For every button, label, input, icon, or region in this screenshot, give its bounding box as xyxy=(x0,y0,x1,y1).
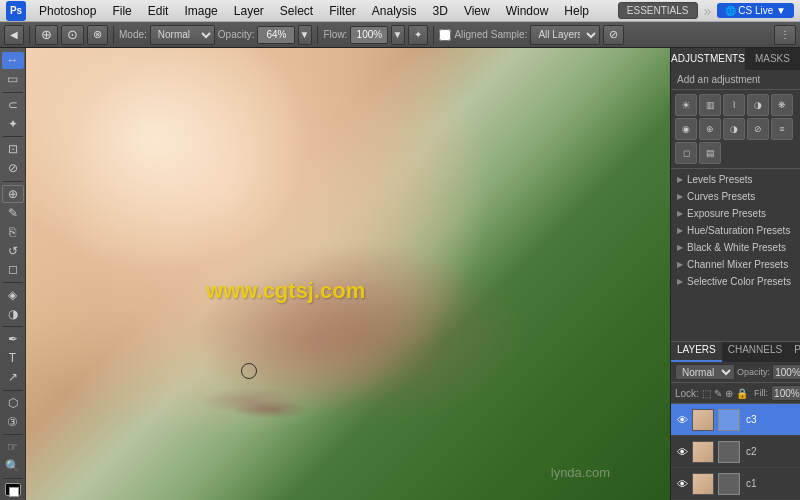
tool-hand[interactable]: ☞ xyxy=(2,439,24,456)
opacity-input[interactable] xyxy=(257,26,295,44)
layers-section: LAYERS CHANNELS PATHS Normal Multiply Sc… xyxy=(671,342,800,500)
menu-3d[interactable]: 3D xyxy=(426,2,455,20)
tab-paths[interactable]: PATHS xyxy=(788,342,800,362)
layers-controls: Normal Multiply Screen Opacity: xyxy=(671,362,800,383)
tool-eraser[interactable]: ◻ xyxy=(2,261,24,278)
layer-eye-c2[interactable]: 👁 xyxy=(675,446,689,458)
tab-adjustments[interactable]: ADJUSTMENTS xyxy=(671,48,745,70)
layer-item-c2[interactable]: 👁 c2 xyxy=(671,436,800,468)
adj-photofilter[interactable]: ⊘ xyxy=(747,118,769,140)
flow-input[interactable] xyxy=(350,26,388,44)
layer-item-c3[interactable]: 👁 c3 xyxy=(671,404,800,436)
tool-dodge[interactable]: ◑ xyxy=(2,305,24,322)
more-options[interactable]: ⋮ xyxy=(774,25,796,45)
layer-name-c1: c1 xyxy=(746,478,757,489)
tool-path-select[interactable]: ↗ xyxy=(2,369,24,386)
layer-item-c1[interactable]: 👁 c1 xyxy=(671,468,800,500)
layers-mode-select[interactable]: Normal Multiply Screen xyxy=(675,364,735,380)
tool-gradient[interactable]: ◈ xyxy=(2,287,24,304)
tool-spot-heal[interactable]: ⊕ xyxy=(2,185,24,202)
canvas-area[interactable]: www.cgtsj.com lynda.com xyxy=(26,48,670,500)
preset-exposure[interactable]: ▶ Exposure Presets xyxy=(671,205,800,222)
flow-arrow[interactable]: ▼ xyxy=(391,25,405,45)
tool-select-rect[interactable]: ▭ xyxy=(2,71,24,88)
menu-edit[interactable]: Edit xyxy=(141,2,176,20)
tool-sep1 xyxy=(3,92,23,93)
menu-select[interactable]: Select xyxy=(273,2,320,20)
tool-shape[interactable]: ⬡ xyxy=(2,394,24,411)
brush3-icon[interactable]: ⊗ xyxy=(87,25,108,45)
arrow-button[interactable]: » xyxy=(704,3,712,19)
menu-file[interactable]: File xyxy=(105,2,138,20)
tool-history[interactable]: ↺ xyxy=(2,242,24,259)
foreground-color[interactable] xyxy=(5,483,21,496)
opacity-arrow[interactable]: ▼ xyxy=(298,25,312,45)
tool-crop[interactable]: ⊡ xyxy=(2,141,24,158)
adj-channel[interactable]: ≡ xyxy=(771,118,793,140)
adj-posterize[interactable]: ▤ xyxy=(699,142,721,164)
layer-thumb-c3 xyxy=(692,409,714,431)
tool-options-arrow[interactable]: ◀ xyxy=(4,25,24,45)
tab-masks[interactable]: MASKS xyxy=(745,48,800,70)
preset-channel[interactable]: ▶ Channel Mixer Presets xyxy=(671,256,800,273)
preset-curves[interactable]: ▶ Curves Presets xyxy=(671,188,800,205)
adj-exposure[interactable]: ◑ xyxy=(747,94,769,116)
menu-help[interactable]: Help xyxy=(557,2,596,20)
tool-sep8 xyxy=(3,478,23,479)
adj-tabs: ADJUSTMENTS MASKS xyxy=(671,48,800,70)
lock-all[interactable]: 🔒 xyxy=(736,388,748,399)
right-panel: ADJUSTMENTS MASKS Add an adjustment ☀ ▥ … xyxy=(670,48,800,500)
menu-window[interactable]: Window xyxy=(499,2,556,20)
preset-hue[interactable]: ▶ Hue/Saturation Presets xyxy=(671,222,800,239)
layer-eye-c3[interactable]: 👁 xyxy=(675,414,689,426)
menu-layer[interactable]: Layer xyxy=(227,2,271,20)
tool-lasso[interactable]: ⊂ xyxy=(2,96,24,113)
tool-brush[interactable]: ✎ xyxy=(2,205,24,222)
tool-move[interactable]: ↔ xyxy=(2,52,24,69)
sep2 xyxy=(113,26,114,44)
tool-pen[interactable]: ✒ xyxy=(2,331,24,348)
brush2-icon[interactable]: ⊙ xyxy=(61,25,84,45)
sample-select[interactable]: All Layers Current Layer Current & Below xyxy=(530,25,600,45)
brush-icon[interactable]: ⊕ xyxy=(35,25,58,45)
aligned-checkbox[interactable] xyxy=(439,29,451,41)
fill-label: Fill: xyxy=(754,388,768,398)
preset-bw[interactable]: ▶ Black & White Presets xyxy=(671,239,800,256)
lock-pixels[interactable]: ✎ xyxy=(714,388,722,399)
fill-input[interactable] xyxy=(771,385,800,401)
menu-photoshop[interactable]: Photoshop xyxy=(32,2,103,20)
preset-arrow-hue: ▶ xyxy=(677,226,683,235)
tool-eyedropper[interactable]: ⊘ xyxy=(2,160,24,177)
tab-layers[interactable]: LAYERS xyxy=(671,342,722,362)
menu-filter[interactable]: Filter xyxy=(322,2,363,20)
adj-invert[interactable]: ◻ xyxy=(675,142,697,164)
mode-select[interactable]: Normal Replace Multiply xyxy=(150,25,215,45)
adj-vibrance[interactable]: ❋ xyxy=(771,94,793,116)
flow-label: Flow: xyxy=(323,29,347,40)
adj-levels[interactable]: ▥ xyxy=(699,94,721,116)
adj-colorbalance[interactable]: ⊕ xyxy=(699,118,721,140)
tool-text[interactable]: T xyxy=(2,350,24,367)
ignore-adj-btn[interactable]: ⊘ xyxy=(603,25,624,45)
tool-magic-wand[interactable]: ✦ xyxy=(2,115,24,132)
tool-3d[interactable]: ③ xyxy=(2,413,24,430)
preset-levels[interactable]: ▶ Levels Presets xyxy=(671,171,800,188)
preset-selective[interactable]: ▶ Selective Color Presets xyxy=(671,273,800,290)
menu-analysis[interactable]: Analysis xyxy=(365,2,424,20)
menu-image[interactable]: Image xyxy=(177,2,224,20)
lock-position[interactable]: ⊕ xyxy=(725,388,733,399)
essentials-button[interactable]: ESSENTIALS xyxy=(618,2,698,19)
adj-curves[interactable]: ⌇ xyxy=(723,94,745,116)
layer-eye-c1[interactable]: 👁 xyxy=(675,478,689,490)
menu-view[interactable]: View xyxy=(457,2,497,20)
tab-channels[interactable]: CHANNELS xyxy=(722,342,788,362)
lock-transparent[interactable]: ⬚ xyxy=(702,388,711,399)
adj-bw[interactable]: ◑ xyxy=(723,118,745,140)
tool-zoom[interactable]: 🔍 xyxy=(2,458,24,475)
adj-brightness[interactable]: ☀ xyxy=(675,94,697,116)
tool-clone[interactable]: ⎘ xyxy=(2,223,24,240)
opacity-input[interactable] xyxy=(772,364,800,380)
airbrush-icon[interactable]: ✦ xyxy=(408,25,428,45)
adj-hue[interactable]: ◉ xyxy=(675,118,697,140)
cs-live-button[interactable]: 🌐 CS Live ▼ xyxy=(717,3,794,18)
